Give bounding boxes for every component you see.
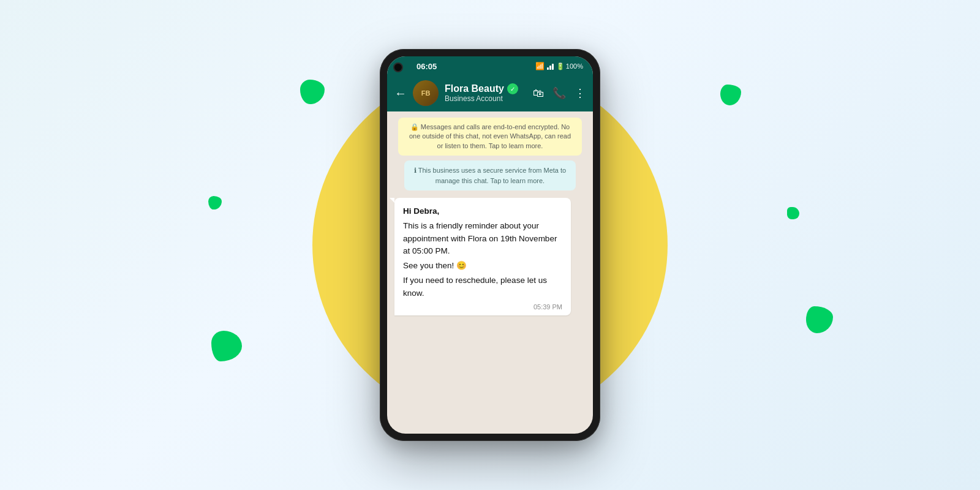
message-body-2: See you then! 😊 [403, 260, 562, 272]
message-greeting: Hi Debra, [403, 205, 562, 217]
contact-avatar: FB [413, 80, 439, 106]
signal-bar-3 [552, 64, 554, 70]
message-body-1: This is a friendly reminder about your a… [403, 220, 562, 257]
phone-mockup: 06:05 📶 🔋 100% ← FB [380, 49, 600, 441]
contact-info: Flora Beauty ✓ Business Account [445, 83, 527, 103]
wifi-icon: 📶 [535, 62, 545, 70]
more-options-icon[interactable]: ⋮ [575, 86, 586, 100]
phone-camera [393, 62, 403, 72]
call-icon[interactable]: 📞 [552, 86, 566, 100]
decorative-blob-1 [300, 80, 325, 104]
back-button[interactable]: ← [394, 86, 407, 100]
decorative-blob-5 [211, 331, 242, 361]
signal-bar-1 [547, 67, 549, 70]
decorative-blob-2 [720, 85, 741, 105]
message-timestamp: 05:39 PM [403, 302, 562, 312]
avatar-initials: FB [413, 80, 439, 106]
decorative-blob-3 [208, 196, 222, 209]
signal-bar-2 [549, 66, 551, 70]
header-actions: 🛍 📞 ⋮ [533, 86, 586, 100]
message-body-3: If you need to reschedule, please let us… [403, 274, 562, 300]
status-bar: 06:05 📶 🔋 100% [387, 56, 593, 75]
encryption-notice[interactable]: 🔒 Messages and calls are end-to-end encr… [398, 118, 582, 156]
message-bubble: Hi Debra, This is a friendly reminder ab… [394, 198, 571, 315]
phone-screen: 06:05 📶 🔋 100% ← FB [387, 56, 593, 434]
decorative-blob-4 [787, 207, 799, 219]
secure-service-notice[interactable]: ℹ This business uses a secure service fr… [404, 160, 576, 190]
contact-name: Flora Beauty [445, 83, 504, 94]
status-time: 06:05 [417, 62, 437, 71]
bag-icon[interactable]: 🛍 [533, 87, 544, 100]
contact-subtitle: Business Account [445, 94, 527, 103]
message-greeting-text: Hi Debra, [403, 206, 439, 216]
status-icons: 📶 🔋 100% [535, 62, 583, 70]
verified-badge: ✓ [507, 83, 518, 94]
phone-body: 06:05 📶 🔋 100% ← FB [380, 49, 600, 441]
decorative-blob-6 [806, 306, 833, 333]
chat-header: ← FB Flora Beauty ✓ Business Account 🛍 📞… [387, 75, 593, 111]
signal-bars [547, 62, 554, 70]
chat-area: 🔒 Messages and calls are end-to-end encr… [387, 111, 593, 434]
contact-name-row: Flora Beauty ✓ [445, 83, 527, 94]
battery-icon: 🔋 100% [556, 62, 583, 70]
